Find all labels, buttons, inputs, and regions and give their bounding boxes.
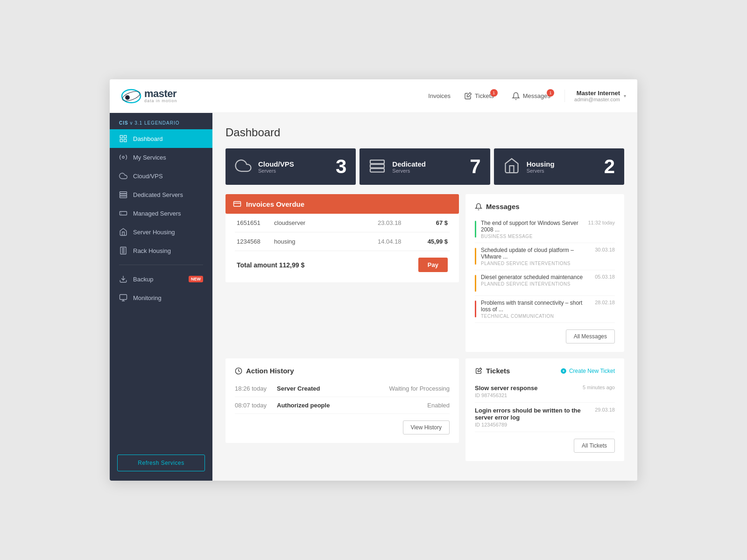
message-item[interactable]: Problems with transit connectivity – sho… bbox=[475, 296, 615, 323]
sidebar-item-managed-servers[interactable]: Managed Servers bbox=[110, 204, 212, 223]
messages-nav[interactable]: Messages 1 bbox=[512, 92, 550, 100]
sidebar-item-monitoring[interactable]: Monitoring bbox=[110, 288, 212, 307]
sidebar-item-dashboard[interactable]: Dashboard bbox=[110, 129, 212, 148]
sidebar-item-server-housing[interactable]: Server Housing bbox=[110, 223, 212, 241]
stat-count-cloud: 3 bbox=[336, 157, 346, 176]
sidebar-item-rack-housing[interactable]: Rack Housing bbox=[110, 241, 212, 260]
backup-icon bbox=[119, 275, 127, 283]
stat-housing-icon bbox=[503, 157, 520, 176]
message-tag: TECHNICAL COMMUNICATION bbox=[481, 314, 590, 319]
user-menu[interactable]: Master Internet admin@master.com ▾ bbox=[564, 90, 626, 102]
sidebar-version: CIS v 3.1 LEGENDARIO bbox=[110, 113, 212, 129]
message-indicator bbox=[475, 301, 476, 317]
ticket-row: Slow server response ID 987456321 5 minu… bbox=[475, 385, 615, 398]
create-ticket-label: Create New Ticket bbox=[569, 368, 615, 374]
sidebar-item-cloud-vps[interactable]: Cloud/VPS bbox=[110, 167, 212, 185]
messages-section-title: Messages bbox=[486, 203, 520, 210]
invoice-row-1: 1651651 cloudserver 23.03.18 67 $ bbox=[235, 214, 450, 232]
ticket-card-icon bbox=[475, 367, 482, 375]
sidebar-label-dedicated-servers: Dedicated Servers bbox=[133, 191, 183, 198]
sidebar-label-dashboard: Dashboard bbox=[133, 135, 163, 142]
stat-sub-dedicated: Servers bbox=[392, 168, 463, 174]
message-title: Scheduled update of cloud platform – VMw… bbox=[481, 247, 590, 260]
svg-rect-6 bbox=[120, 140, 122, 142]
sidebar-label-server-housing: Server Housing bbox=[133, 229, 175, 236]
messages-title: Messages bbox=[475, 203, 615, 210]
svg-rect-12 bbox=[120, 211, 127, 215]
tickets-card: Tickets Create New Ticket Slow server re… bbox=[465, 358, 624, 461]
all-messages-button[interactable]: All Messages bbox=[566, 329, 615, 343]
invoice-date-1: 23.03.18 bbox=[378, 219, 415, 226]
invoice-amount-1: 67 $ bbox=[415, 219, 448, 226]
all-tickets-button[interactable]: All Tickets bbox=[574, 439, 615, 453]
history-time: 08:07 today bbox=[235, 402, 277, 409]
tickets-nav[interactable]: Tickets 1 bbox=[464, 92, 494, 100]
rack-icon bbox=[119, 246, 127, 255]
svg-point-8 bbox=[122, 156, 125, 159]
message-title: The end of support for Windows Server 20… bbox=[481, 220, 584, 233]
sidebar-item-my-services[interactable]: My Services bbox=[110, 148, 212, 167]
sidebar-label-cloud-vps: Cloud/VPS bbox=[133, 173, 163, 180]
tickets-title: Tickets bbox=[475, 367, 510, 375]
create-ticket-link[interactable]: Create New Ticket bbox=[560, 368, 615, 374]
message-tag: BUSINESS MESSAGE bbox=[481, 234, 584, 239]
bell-icon bbox=[512, 92, 520, 100]
svg-rect-10 bbox=[120, 194, 127, 196]
invoices-header: Invoices Overdue bbox=[226, 194, 459, 214]
pay-button[interactable]: Pay bbox=[418, 258, 448, 272]
svg-rect-11 bbox=[120, 196, 127, 198]
message-item[interactable]: Scheduled update of cloud platform – VMw… bbox=[475, 243, 615, 270]
stat-cloud-icon bbox=[235, 157, 252, 176]
messages-footer: All Messages bbox=[475, 323, 615, 343]
page-title: Dashboard bbox=[226, 126, 624, 139]
message-item[interactable]: Diesel generator scheduled maintenance P… bbox=[475, 270, 615, 296]
ticket-id: ID 987456321 bbox=[475, 392, 537, 398]
history-action: Authorized people bbox=[277, 402, 427, 409]
stat-card-cloud-vps[interactable]: Cloud/VPS Servers 3 bbox=[226, 148, 356, 185]
ticket-item[interactable]: Slow server response ID 987456321 5 minu… bbox=[475, 380, 615, 403]
tickets-header: Tickets Create New Ticket bbox=[475, 367, 615, 375]
messages-list: The end of support for Windows Server 20… bbox=[475, 216, 615, 323]
ticket-item[interactable]: Login errors should be written to the se… bbox=[475, 403, 615, 432]
ticket-id: ID 123456789 bbox=[475, 422, 595, 427]
user-info: Master Internet admin@master.com bbox=[574, 90, 620, 102]
sidebar-label-rack-housing: Rack Housing bbox=[133, 247, 171, 254]
message-body: Diesel generator scheduled maintenance P… bbox=[481, 274, 590, 287]
message-time: 28.02.18 bbox=[595, 300, 615, 305]
logo-icon bbox=[121, 87, 141, 105]
managed-server-icon bbox=[119, 209, 127, 217]
messages-badge: 1 bbox=[547, 89, 554, 97]
view-history-button[interactable]: View History bbox=[403, 420, 450, 434]
stat-card-dedicated[interactable]: Dedicated Servers 7 bbox=[359, 148, 490, 185]
housing-icon bbox=[119, 228, 127, 236]
message-indicator bbox=[475, 248, 476, 265]
logo-area: master data in motion bbox=[121, 87, 224, 105]
header-nav: Invoices Tickets 1 Messages 1 bbox=[224, 92, 564, 100]
invoices-nav[interactable]: Invoices bbox=[428, 92, 451, 99]
sidebar-label-my-services: My Services bbox=[133, 154, 166, 161]
logo-subtitle: data in motion bbox=[144, 99, 177, 103]
message-tag: PLANNED SERVICE INTERVENTIONS bbox=[481, 261, 590, 266]
message-item[interactable]: The end of support for Windows Server 20… bbox=[475, 216, 615, 243]
header: master data in motion Invoices Tickets 1… bbox=[110, 79, 637, 113]
stat-name-dedicated: Dedicated bbox=[392, 160, 463, 168]
action-history-section: Action History 18:26 today Server Create… bbox=[226, 358, 459, 461]
svg-rect-16 bbox=[370, 160, 384, 164]
sidebar-item-dedicated-servers[interactable]: Dedicated Servers bbox=[110, 185, 212, 204]
main-layout: CIS v 3.1 LEGENDARIO Dashboard My Servic… bbox=[110, 113, 637, 481]
content-area: Dashboard Cloud/VPS Servers 3 bbox=[212, 113, 637, 481]
sidebar-item-backup[interactable]: Backup NEW bbox=[110, 270, 212, 288]
ticket-row: Login errors should be written to the se… bbox=[475, 407, 615, 427]
tickets-footer: All Tickets bbox=[475, 432, 615, 453]
history-row: 18:26 today Server Created Waiting for P… bbox=[235, 380, 450, 397]
refresh-services-button[interactable]: Refresh Services bbox=[117, 455, 205, 471]
stat-card-housing[interactable]: Housing Servers 2 bbox=[494, 148, 624, 185]
top-two-col: Invoices Overdue 1651651 cloudserver 23.… bbox=[226, 194, 624, 352]
sidebar-label-managed-servers: Managed Servers bbox=[133, 210, 181, 217]
stat-sub-cloud: Servers bbox=[258, 168, 329, 174]
action-history-title: Action History bbox=[235, 367, 450, 375]
bell-messages-icon bbox=[475, 203, 482, 210]
history-action: Server Created bbox=[277, 385, 389, 392]
user-email: admin@master.com bbox=[574, 97, 620, 102]
message-title: Problems with transit connectivity – sho… bbox=[481, 300, 590, 313]
